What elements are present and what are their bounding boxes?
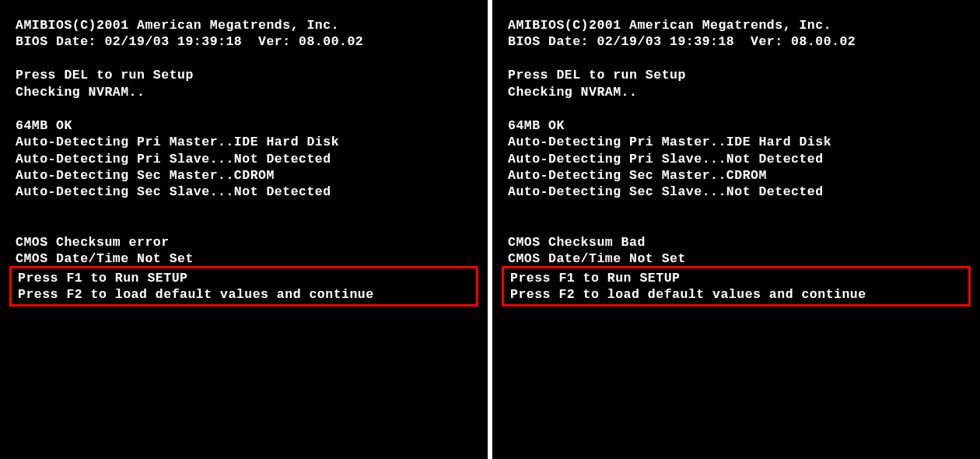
blank-line (508, 100, 964, 117)
bios-copyright-line: AMIBIOS(C)2001 American Megatrends, Inc. (508, 17, 964, 33)
highlighted-prompt-box: Press F1 to Run SETUP Press F2 to load d… (502, 266, 971, 307)
detect-pri-master-line: Auto-Detecting Pri Master..IDE Hard Disk (508, 134, 964, 150)
memory-status-line: 64MB OK (508, 117, 964, 134)
bios-screen-left: AMIBIOS(C)2001 American Megatrends, Inc.… (0, 0, 488, 459)
setup-prompt-line: Press DEL to run Setup (16, 67, 472, 83)
f2-prompt-line: Press F2 to load default values and cont… (507, 286, 965, 303)
detect-sec-slave-line: Auto-Detecting Sec Slave...Not Detected (508, 184, 964, 200)
setup-prompt-line: Press DEL to run Setup (508, 67, 964, 83)
detect-sec-master-line: Auto-Detecting Sec Master..CDROM (16, 167, 472, 184)
cmos-checksum-error-line: CMOS Checksum error (16, 234, 472, 251)
blank-line (16, 217, 472, 233)
cmos-checksum-error-line: CMOS Checksum Bad (508, 234, 964, 251)
detect-pri-slave-line: Auto-Detecting Pri Slave...Not Detected (16, 151, 472, 167)
detect-sec-master-line: Auto-Detecting Sec Master..CDROM (508, 167, 964, 184)
detect-sec-slave-line: Auto-Detecting Sec Slave...Not Detected (16, 184, 472, 200)
cmos-datetime-error-line: CMOS Date/Time Not Set (16, 251, 472, 267)
nvram-check-line: Checking NVRAM.. (16, 84, 472, 100)
blank-line (508, 217, 964, 233)
blank-line (16, 201, 472, 217)
nvram-check-line: Checking NVRAM.. (508, 84, 964, 100)
highlighted-prompt-box: Press F1 to Run SETUP Press F2 to load d… (9, 266, 478, 307)
bios-screen-right: AMIBIOS(C)2001 American Megatrends, Inc.… (492, 0, 980, 459)
f1-prompt-line: Press F1 to Run SETUP (507, 270, 965, 286)
detect-pri-slave-line: Auto-Detecting Pri Slave...Not Detected (508, 151, 964, 167)
cmos-datetime-error-line: CMOS Date/Time Not Set (508, 251, 964, 267)
memory-status-line: 64MB OK (16, 117, 472, 134)
bios-copyright-line: AMIBIOS(C)2001 American Megatrends, Inc. (16, 17, 472, 33)
bios-date-version-line: BIOS Date: 02/19/03 19:39:18 Ver: 08.00.… (508, 33, 964, 50)
detect-pri-master-line: Auto-Detecting Pri Master..IDE Hard Disk (16, 134, 472, 150)
blank-line (508, 51, 964, 67)
f1-prompt-line: Press F1 to Run SETUP (15, 270, 473, 286)
bios-date-version-line: BIOS Date: 02/19/03 19:39:18 Ver: 08.00.… (16, 33, 472, 50)
blank-line (16, 51, 472, 67)
blank-line (508, 201, 964, 217)
f2-prompt-line: Press F2 to load default values and cont… (15, 286, 473, 303)
blank-line (16, 100, 472, 117)
